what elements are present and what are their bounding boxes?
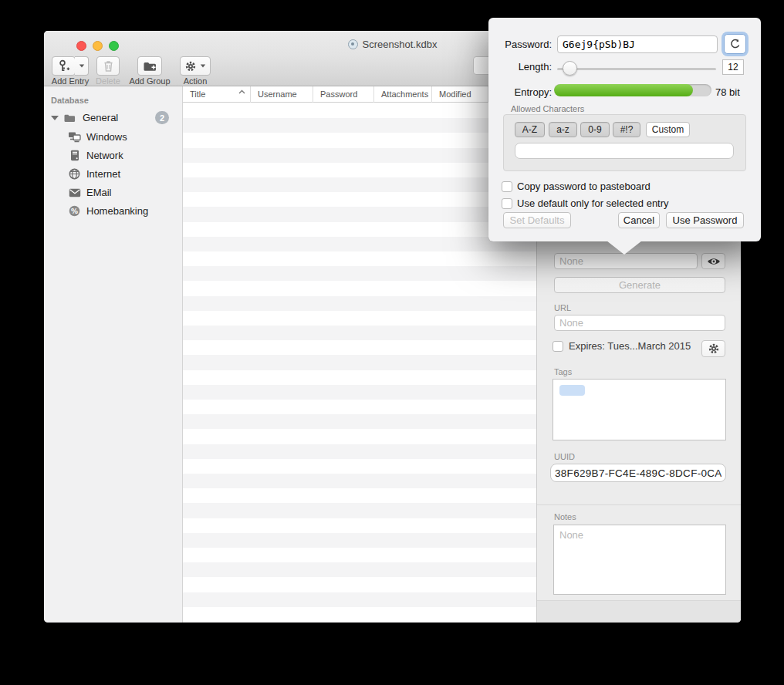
charset-lowercase-button[interactable]: a-z — [549, 122, 577, 137]
chevron-down-icon — [201, 65, 205, 68]
url-section-label: URL — [554, 303, 571, 312]
expires-checkbox[interactable] — [553, 341, 563, 352]
sidebar: Database General 2 — [44, 86, 183, 623]
column-header-modified[interactable]: Modified — [432, 86, 488, 103]
sidebar-item-label: EMail — [86, 187, 112, 198]
add-entry-dropdown[interactable] — [75, 56, 89, 76]
column-header-attachments[interactable]: Attachments — [374, 86, 432, 103]
chevron-down-icon — [79, 65, 83, 68]
length-slider-knob[interactable] — [563, 61, 577, 76]
percent-icon: % — [68, 205, 81, 217]
folder-plus-icon — [143, 60, 157, 73]
sidebar-item-label: Network — [86, 150, 123, 161]
set-defaults-button[interactable]: Set Defaults — [503, 212, 571, 228]
table-header: Title Username Password Attachments Modi… — [183, 86, 536, 103]
tags-field[interactable] — [553, 379, 726, 440]
eye-icon — [707, 257, 721, 266]
expiry-options-button[interactable] — [701, 340, 725, 357]
password-input[interactable] — [554, 253, 698, 269]
entropy-meter — [554, 84, 711, 96]
password-generator-popover: Password: Length: 12 Entropy: 78 bit All… — [488, 18, 761, 241]
sidebar-item-label: Windows — [86, 131, 127, 143]
sidebar-item-email[interactable]: EMail — [44, 184, 182, 201]
sort-ascending-icon — [238, 89, 245, 94]
entropy-value: 78 bit — [715, 86, 740, 98]
expires-label: Expires: Tues...March 2015 — [569, 340, 691, 352]
folder-icon — [63, 113, 76, 123]
notes-field[interactable]: None — [553, 525, 726, 595]
url-input[interactable] — [554, 315, 725, 331]
count-badge: 2 — [155, 111, 169, 124]
workgroup-icon — [68, 131, 81, 143]
inspector-footer — [537, 600, 741, 623]
svg-text:%: % — [71, 208, 78, 215]
envelope-icon — [68, 188, 81, 197]
action-label: Action — [177, 76, 214, 86]
cancel-button[interactable]: Cancel — [618, 212, 660, 228]
trash-icon — [103, 59, 114, 73]
gear-icon — [184, 60, 197, 73]
regenerate-button[interactable] — [724, 34, 746, 54]
allowed-characters-label: Allowed Characters — [511, 104, 584, 113]
length-value-field[interactable]: 12 — [722, 59, 744, 75]
popover-password-label: Password: — [488, 39, 552, 50]
refresh-icon — [730, 39, 741, 49]
generate-button[interactable]: Generate — [554, 277, 725, 293]
use-default-only-checkbox[interactable] — [502, 198, 512, 209]
sidebar-item-homebanking[interactable]: % Homebanking — [44, 202, 182, 220]
tags-section-label: Tags — [554, 367, 572, 376]
gear-icon — [708, 342, 720, 355]
sidebar-item-label: Internet — [86, 168, 120, 180]
sidebar-item-windows[interactable]: Windows — [44, 128, 182, 146]
length-label: Length: — [488, 61, 552, 73]
charset-digits-button[interactable]: 0-9 — [580, 122, 610, 137]
copy-to-pasteboard-label: Copy password to pasteboard — [517, 181, 651, 192]
add-group-label: Add Group — [127, 76, 172, 86]
disclosure-triangle-icon[interactable] — [51, 116, 59, 120]
reveal-password-button[interactable] — [701, 253, 725, 269]
charset-uppercase-button[interactable]: A-Z — [515, 122, 545, 137]
generated-password-field[interactable] — [557, 35, 718, 53]
sidebar-item-general[interactable]: General 2 — [44, 109, 182, 127]
entropy-meter-fill — [554, 84, 693, 96]
uuid-field[interactable] — [550, 464, 726, 482]
globe-icon — [68, 168, 81, 180]
column-header-username[interactable]: Username — [251, 86, 313, 103]
window-title: Screenshot.kdbx — [363, 39, 438, 50]
allowed-characters-group: A-Z a-z 0-9 #!? Custom — [503, 114, 746, 171]
sidebar-item-label: Homebanking — [86, 205, 148, 217]
sidebar-item-label: General — [83, 112, 118, 123]
custom-characters-input[interactable] — [515, 143, 734, 159]
tag-chip[interactable] — [559, 385, 585, 396]
add-entry-label: Add Entry — [47, 76, 93, 86]
divider — [537, 504, 741, 505]
use-default-only-label: Use default only for selected entry — [517, 197, 669, 209]
action-button[interactable] — [180, 56, 211, 76]
charset-symbols-button[interactable]: #!? — [613, 122, 640, 137]
uuid-section-label: UUID — [554, 452, 575, 461]
popover-arrow — [607, 241, 642, 255]
table-body-empty[interactable] — [183, 103, 536, 623]
delete-label: Delete — [90, 76, 126, 86]
sidebar-item-internet[interactable]: Internet — [44, 165, 182, 183]
entropy-label: Entropy: — [488, 86, 552, 98]
copy-to-pasteboard-checkbox[interactable] — [502, 181, 512, 192]
delete-button[interactable] — [96, 56, 120, 76]
charset-custom-button[interactable]: Custom — [646, 122, 690, 137]
key-plus-icon — [57, 59, 70, 73]
add-entry-button[interactable] — [52, 56, 76, 76]
column-header-title[interactable]: Title — [183, 86, 251, 103]
document-icon — [348, 39, 358, 49]
entry-table: Title Username Password Attachments Modi… — [183, 86, 536, 623]
sidebar-section-header: Database — [51, 96, 89, 105]
sidebar-item-network[interactable]: Network — [44, 147, 182, 164]
notes-section-label: Notes — [554, 512, 576, 521]
use-password-button[interactable]: Use Password — [666, 212, 744, 228]
add-group-button[interactable] — [137, 56, 162, 76]
column-header-password[interactable]: Password — [313, 86, 374, 103]
server-icon — [68, 150, 81, 161]
length-slider-track[interactable] — [557, 68, 716, 70]
